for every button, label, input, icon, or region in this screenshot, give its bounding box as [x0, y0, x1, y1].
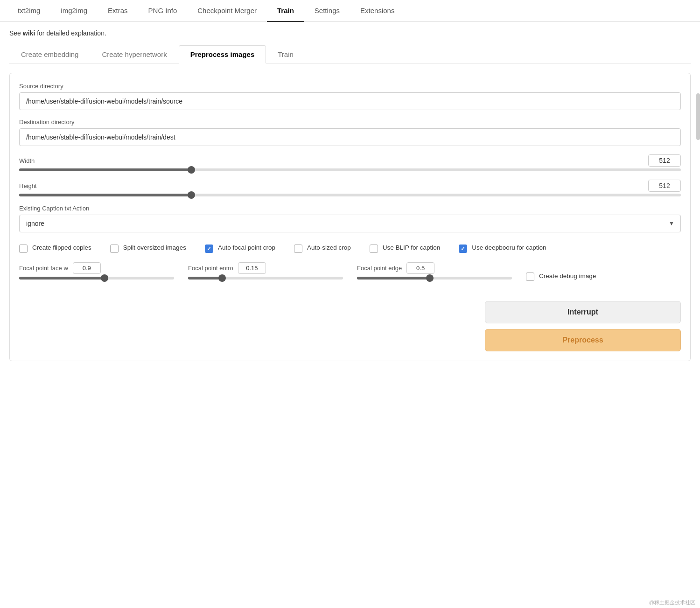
checkbox-use-blip[interactable]: Use BLIP for caption [370, 244, 441, 253]
tab-img2img[interactable]: img2img [50, 0, 98, 22]
focal-face-label: Focal point face w [19, 265, 68, 272]
tab-settings[interactable]: Settings [304, 0, 350, 22]
debug-image-checkbox-box[interactable] [526, 273, 534, 281]
height-thumb[interactable] [188, 191, 195, 199]
checkbox-use-deepbooru[interactable]: Use deepbooru for caption [459, 244, 546, 253]
checkbox-split-oversized-label: Split oversized images [123, 244, 186, 252]
focal-edge-fill [357, 277, 430, 280]
focal-edge-group: Focal point edge 0.5 [357, 262, 512, 287]
wiki-info: See wiki for detailed explanation. [9, 29, 691, 37]
focal-entropy-thumb[interactable] [218, 274, 226, 282]
debug-image-container: Create debug image [526, 262, 681, 287]
checkbox-use-blip-label: Use BLIP for caption [383, 244, 441, 252]
focal-entropy-slider[interactable] [188, 277, 343, 280]
focal-entropy-group: Focal point entro 0.15 [188, 262, 343, 287]
buttons-row: Interrupt Preprocess [19, 301, 681, 351]
source-dir-group: Source directory [19, 83, 681, 110]
checkbox-flipped-copies[interactable]: Create flipped copies [19, 244, 91, 253]
preprocess-panel: Source directory Destination directory W… [9, 73, 691, 361]
subtab-create-embedding[interactable]: Create embedding [9, 45, 90, 63]
top-nav: txt2img img2img Extras PNG Info Checkpoi… [0, 0, 700, 22]
height-value[interactable]: 512 [648, 180, 681, 192]
tab-txt2img[interactable]: txt2img [7, 0, 50, 22]
focal-entropy-value[interactable]: 0.15 [238, 262, 266, 274]
focal-face-thumb[interactable] [101, 274, 108, 282]
dest-dir-input[interactable] [19, 128, 681, 146]
checkbox-auto-sized-crop-box[interactable] [294, 245, 302, 253]
height-label: Height [19, 182, 37, 189]
width-thumb[interactable] [188, 166, 195, 174]
checkbox-use-deepbooru-label: Use deepbooru for caption [472, 244, 546, 252]
focal-sliders-row: Focal point face w 0.9 Focal point entro… [19, 262, 681, 287]
checkbox-split-oversized[interactable]: Split oversized images [110, 244, 186, 253]
tab-checkpoint-merger[interactable]: Checkpoint Merger [187, 0, 267, 22]
checkbox-auto-sized-crop-label: Auto-sized crop [307, 244, 351, 252]
checkbox-flipped-copies-box[interactable] [19, 245, 28, 253]
checkbox-flipped-copies-label: Create flipped copies [32, 244, 91, 252]
subtab-train[interactable]: Train [266, 45, 305, 63]
wiki-prefix: See [9, 29, 23, 37]
tab-extensions[interactable]: Extensions [350, 0, 405, 22]
width-slider-track[interactable] [19, 168, 681, 171]
focal-edge-slider[interactable] [357, 277, 512, 280]
focal-edge-value[interactable]: 0.5 [406, 262, 434, 274]
subtab-create-hypernetwork[interactable]: Create hypernetwork [90, 45, 178, 63]
dest-dir-label: Destination directory [19, 119, 681, 126]
width-label: Width [19, 157, 35, 164]
scrollbar[interactable] [696, 93, 700, 140]
wiki-suffix: for detailed explanation. [35, 29, 106, 37]
debug-image-label: Create debug image [539, 272, 596, 281]
focal-face-slider[interactable] [19, 277, 174, 280]
subtab-preprocess-images[interactable]: Preprocess images [179, 45, 266, 63]
sub-tabs: Create embedding Create hypernetwork Pre… [9, 45, 691, 63]
checkbox-use-deepbooru-box[interactable] [459, 245, 467, 253]
app-container: txt2img img2img Extras PNG Info Checkpoi… [0, 0, 700, 608]
focal-edge-label: Focal point edge [357, 265, 402, 272]
preprocess-button[interactable]: Preprocess [485, 329, 681, 351]
width-track-fill [19, 168, 191, 171]
wiki-link[interactable]: wiki [23, 29, 35, 37]
height-slider-track[interactable] [19, 194, 681, 196]
caption-action-select[interactable]: ignore copy prepend append [19, 215, 681, 232]
debug-image-row: Create debug image [526, 272, 681, 281]
source-dir-input[interactable] [19, 92, 681, 110]
focal-entropy-fill [188, 277, 222, 280]
main-content: See wiki for detailed explanation. Creat… [0, 22, 700, 597]
caption-action-group: Existing Caption txt Action ignore copy … [19, 205, 681, 232]
focal-entropy-label: Focal point entro [188, 265, 233, 272]
checkbox-auto-focal-crop-label: Auto focal point crop [218, 244, 275, 252]
interrupt-button[interactable]: Interrupt [485, 301, 681, 323]
focal-face-fill [19, 277, 105, 280]
checkbox-use-blip-box[interactable] [370, 245, 378, 253]
checkbox-auto-sized-crop[interactable]: Auto-sized crop [294, 244, 351, 253]
height-group: Height 512 [19, 180, 681, 196]
focal-edge-thumb[interactable] [426, 274, 434, 282]
width-value[interactable]: 512 [648, 154, 681, 167]
tab-train[interactable]: Train [267, 0, 304, 22]
dest-dir-group: Destination directory [19, 119, 681, 146]
caption-action-dropdown-wrapper: ignore copy prepend append ▼ [19, 215, 681, 232]
checkbox-auto-focal-crop-box[interactable] [205, 245, 213, 253]
footer-watermark: @稀土掘金技术社区 [0, 597, 700, 608]
checkbox-auto-focal-crop[interactable]: Auto focal point crop [205, 244, 275, 253]
source-dir-label: Source directory [19, 83, 681, 90]
checkboxes-section: Create flipped copies Split oversized im… [19, 244, 681, 253]
width-group: Width 512 [19, 154, 681, 171]
checkbox-split-oversized-box[interactable] [110, 245, 119, 253]
tab-png-info[interactable]: PNG Info [138, 0, 188, 22]
caption-action-label: Existing Caption txt Action [19, 205, 681, 212]
focal-face-value[interactable]: 0.9 [73, 262, 101, 274]
focal-face-group: Focal point face w 0.9 [19, 262, 174, 287]
tab-extras[interactable]: Extras [98, 0, 138, 22]
height-track-fill [19, 194, 191, 196]
